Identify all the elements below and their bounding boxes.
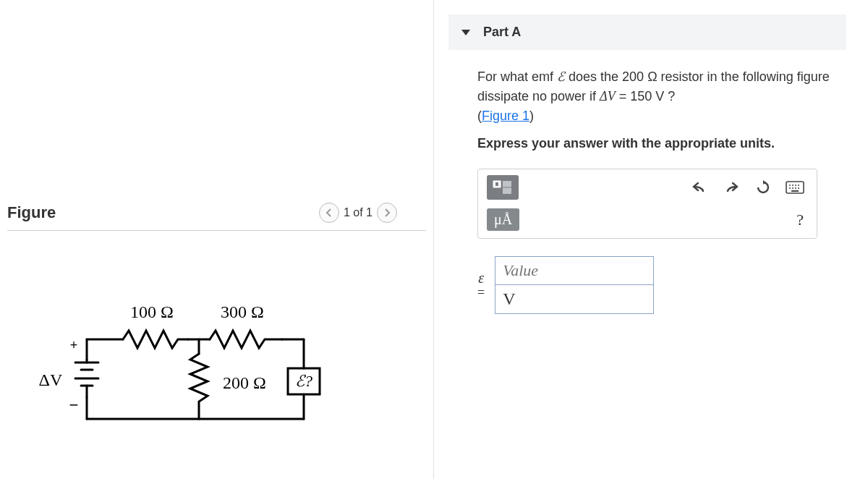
figure-link[interactable]: Figure 1 [482, 109, 529, 123]
svg-point-34 [795, 187, 796, 189]
svg-point-33 [792, 187, 793, 189]
circuit-diagram: 100 Ω 300 Ω 200 Ω ℰ? ΔV + − [36, 296, 340, 433]
svg-text:−: − [69, 396, 79, 414]
undo-button[interactable] [686, 176, 712, 199]
question-text: For what emf ℰ does the 200 Ω resistor i… [477, 67, 846, 126]
svg-rect-24 [495, 182, 498, 186]
part-header[interactable]: Part A [448, 14, 846, 50]
part-title: Part A [483, 25, 521, 40]
reset-button[interactable] [750, 176, 776, 199]
svg-text:300 Ω: 300 Ω [221, 302, 264, 321]
value-input[interactable] [495, 256, 654, 285]
answer-lhs: ε = [477, 270, 485, 300]
caret-down-icon [461, 30, 470, 35]
svg-text:200 Ω: 200 Ω [223, 373, 266, 392]
svg-point-31 [798, 185, 799, 186]
redo-button[interactable] [718, 176, 744, 199]
svg-text:+: + [70, 338, 78, 352]
svg-text:ℰ?: ℰ? [295, 372, 312, 390]
svg-text:100 Ω: 100 Ω [130, 302, 174, 321]
svg-point-35 [798, 187, 799, 189]
answer-toolbar: μÅ ? [477, 169, 817, 239]
units-menu-button[interactable]: μÅ [487, 208, 519, 231]
figure-nav: 1 of 1 [319, 203, 397, 223]
figure-header: Figure 1 of 1 [7, 203, 426, 231]
keyboard-button[interactable] [782, 176, 808, 199]
svg-point-28 [789, 185, 791, 186]
figure-prev-button[interactable] [319, 203, 339, 223]
unit-input[interactable] [495, 285, 654, 314]
svg-text:ΔV: ΔV [39, 370, 63, 389]
instruction-text: Express your answer with the appropriate… [477, 136, 846, 151]
svg-point-30 [795, 185, 796, 186]
figure-next-button[interactable] [377, 203, 397, 223]
figure-title: Figure [7, 203, 56, 222]
svg-point-29 [792, 185, 793, 186]
svg-point-32 [789, 187, 791, 189]
answer-input-area: ε = [477, 256, 846, 314]
help-button[interactable]: ? [796, 211, 808, 229]
svg-rect-36 [791, 190, 799, 192]
template-button[interactable] [487, 175, 519, 200]
figure-nav-counter: 1 of 1 [344, 206, 373, 219]
